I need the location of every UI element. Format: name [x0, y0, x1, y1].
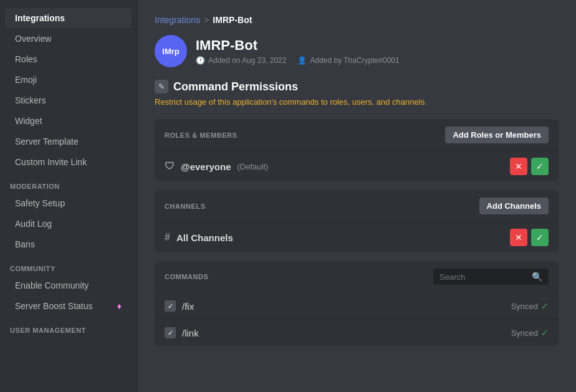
commands-search-input[interactable] — [439, 272, 527, 282]
main-content: Integrations > IMRP-Bot IMrp IMRP-Bot 🕐 … — [137, 0, 576, 392]
sidebar-item-safety[interactable]: Safety Setup — [5, 193, 132, 213]
roles-members-title-row: ROLES & MEMBERS Add Roles or Members — [155, 119, 559, 151]
channels-card: CHANNELS Add Channels # All Channels ✕ ✓ — [155, 190, 559, 252]
command-row-fix: ✓ /fix Synced ✓ — [155, 292, 559, 319]
clock-icon: 🕐 — [196, 56, 205, 65]
everyone-row: 🛡 @everyone (Default) ✕ ✓ — [155, 151, 559, 181]
user-management-section-label: USER MANAGEMENT — [0, 317, 137, 337]
sidebar-item-custom-invite[interactable]: Custom Invite Link — [5, 152, 132, 172]
breadcrumb-current: IMRP-Bot — [213, 15, 252, 25]
fix-synced-check: ✓ — [541, 301, 549, 311]
add-roles-members-button[interactable]: Add Roles or Members — [445, 127, 549, 143]
everyone-name: @everyone — [181, 161, 231, 172]
channels-deny-button[interactable]: ✕ — [510, 229, 527, 246]
sidebar-item-label: Roles — [15, 54, 37, 64]
sidebar-item-audit[interactable]: Audit Log — [5, 214, 132, 234]
link-synced-status: Synced ✓ — [511, 328, 549, 338]
fix-checkbox[interactable]: ✓ — [165, 300, 176, 312]
link-synced-text: Synced — [511, 328, 538, 338]
sidebar-item-label: Integrations — [15, 13, 65, 23]
command-row-link: ✓ /link Synced ✓ — [155, 319, 559, 346]
sidebar-item-label: Custom Invite Link — [15, 157, 87, 167]
bot-avatar: IMrp — [155, 35, 187, 67]
breadcrumb: Integrations > IMRP-Bot — [155, 15, 559, 25]
sidebar-item-emoji[interactable]: Emoji — [5, 70, 132, 90]
sidebar-item-label: Bans — [15, 239, 35, 249]
hash-icon: # — [165, 232, 170, 243]
sidebar-item-label: Server Boost Status — [15, 301, 93, 311]
all-channels-row: # All Channels ✕ ✓ — [155, 222, 559, 252]
breadcrumb-sep: > — [204, 15, 209, 25]
everyone-deny-button[interactable]: ✕ — [510, 158, 527, 175]
sidebar-item-label: Audit Log — [15, 219, 52, 229]
link-synced-check: ✓ — [541, 328, 549, 338]
bot-added-by: 👤 Added by ThaCrypte#0001 — [297, 56, 399, 65]
everyone-actions: ✕ ✓ — [510, 158, 549, 175]
everyone-tag: (Default) — [238, 162, 269, 171]
roles-members-label: ROLES & MEMBERS — [165, 131, 237, 139]
fix-synced-status: Synced ✓ — [511, 301, 549, 311]
bot-meta: 🕐 Added on Aug 23, 2022 👤 Added by ThaCr… — [196, 56, 400, 65]
sidebar-item-bans[interactable]: Bans — [5, 234, 132, 254]
add-channels-button[interactable]: Add Channels — [479, 198, 549, 214]
sidebar-item-label: Overview — [15, 34, 51, 44]
sidebar-item-label: Stickers — [15, 95, 46, 105]
sidebar-item-label: Emoji — [15, 75, 37, 85]
channels-label: CHANNELS — [165, 203, 206, 210]
breadcrumb-parent[interactable]: Integrations — [155, 15, 200, 25]
sidebar-item-label: Enable Community — [15, 280, 89, 290]
bot-info: IMRP-Bot 🕐 Added on Aug 23, 2022 👤 Added… — [196, 37, 400, 65]
channels-actions: ✕ ✓ — [510, 229, 549, 246]
sidebar-item-widget[interactable]: Widget — [5, 111, 132, 131]
sidebar-item-enable-community[interactable]: Enable Community — [5, 275, 132, 295]
commands-label: COMMANDS — [165, 273, 208, 280]
link-command-name: /link — [182, 328, 199, 338]
command-permissions-icon: ✎ — [155, 80, 168, 93]
bot-added-date: 🕐 Added on Aug 23, 2022 — [196, 56, 286, 65]
boost-icon: ♦ — [117, 301, 122, 311]
shield-icon: 🛡 — [165, 161, 175, 172]
roles-members-card: ROLES & MEMBERS Add Roles or Members 🛡 @… — [155, 119, 559, 181]
channels-title-row: CHANNELS Add Channels — [155, 190, 559, 222]
link-checkbox[interactable]: ✓ — [165, 327, 176, 338]
sidebar-item-overview[interactable]: Overview — [5, 29, 132, 49]
sidebar-item-integrations[interactable]: Integrations — [5, 8, 132, 28]
search-icon: 🔍 — [532, 272, 542, 282]
command-permissions-desc: Restrict usage of this application's com… — [155, 97, 559, 107]
moderation-section-label: MODERATION — [0, 173, 137, 193]
person-icon: 👤 — [297, 56, 307, 65]
sidebar-item-server-boost[interactable]: Server Boost Status ♦ — [5, 296, 132, 316]
commands-card: COMMANDS 🔍 ✓ /fix Synced ✓ ✓ /link Synce… — [155, 261, 559, 346]
fix-synced-text: Synced — [511, 302, 538, 311]
all-channels-name: All Channels — [176, 232, 233, 243]
commands-search-box: 🔍 — [433, 269, 549, 285]
sidebar-item-roles[interactable]: Roles — [5, 49, 132, 69]
channels-allow-button[interactable]: ✓ — [531, 229, 549, 246]
sidebar-item-label: Server Template — [15, 136, 79, 146]
bot-name: IMRP-Bot — [196, 37, 400, 54]
sidebar-item-stickers[interactable]: Stickers — [5, 90, 132, 110]
commands-header: COMMANDS 🔍 — [155, 261, 559, 292]
sidebar: Integrations Overview Roles Emoji Sticke… — [0, 0, 137, 392]
sidebar-item-label: Widget — [15, 116, 42, 126]
everyone-allow-button[interactable]: ✓ — [531, 158, 549, 175]
command-permissions-title: Command Permissions — [173, 80, 298, 93]
sidebar-item-server-template[interactable]: Server Template — [5, 131, 132, 151]
bot-header: IMrp IMRP-Bot 🕐 Added on Aug 23, 2022 👤 … — [155, 35, 559, 67]
sidebar-item-label: Safety Setup — [15, 198, 65, 208]
fix-command-name: /fix — [182, 301, 194, 312]
community-section-label: COMMUNITY — [0, 255, 137, 275]
command-permissions-header: ✎ Command Permissions — [155, 80, 559, 93]
